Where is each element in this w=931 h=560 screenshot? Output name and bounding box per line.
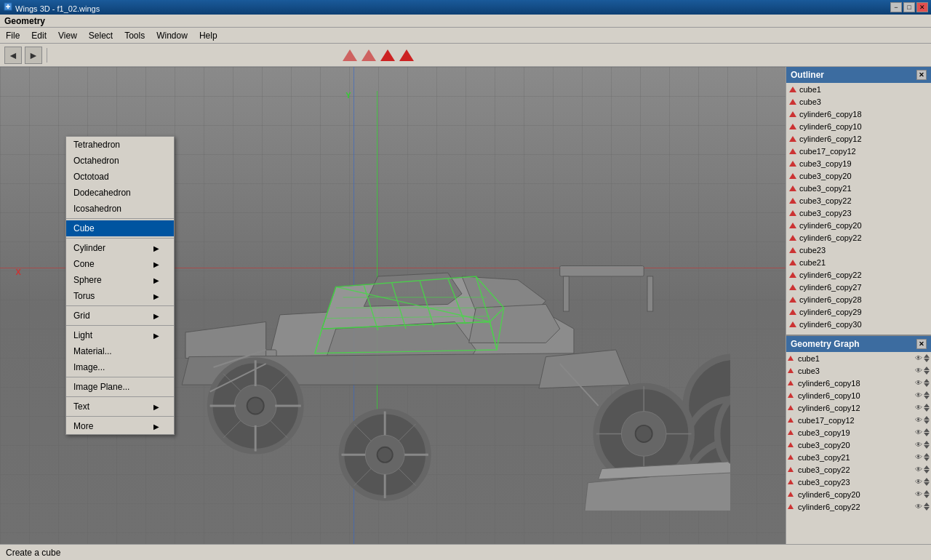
tri-view-btn-4[interactable]	[399, 49, 414, 61]
visibility-icon[interactable]: 👁	[915, 379, 922, 387]
move-up-icon[interactable]	[924, 428, 930, 432]
outliner-item[interactable]: cylinder6_copy22	[786, 231, 931, 244]
move-up-icon[interactable]	[924, 416, 930, 420]
move-down-icon[interactable]	[924, 445, 930, 449]
geom-item[interactable]: cylinder6_copy22 👁	[786, 500, 931, 513]
maximize-button[interactable]: □	[903, 2, 915, 12]
geom-item[interactable]: cube3 👁	[786, 364, 931, 377]
visibility-icon[interactable]: 👁	[915, 503, 922, 511]
visibility-icon[interactable]: 👁	[915, 367, 922, 375]
move-up-icon[interactable]	[924, 354, 930, 358]
outliner-item[interactable]: cube3	[786, 95, 931, 108]
geom-item[interactable]: cube17_copy12 👁	[786, 414, 931, 426]
outliner-item[interactable]: cylinder6_copy20	[786, 219, 931, 231]
visibility-icon[interactable]: 👁	[915, 404, 922, 412]
ctx-light[interactable]: Light ▶	[66, 327, 174, 343]
outliner-close-button[interactable]: ✕	[916, 70, 927, 80]
move-down-icon[interactable]	[924, 470, 930, 473]
visibility-icon[interactable]: 👁	[915, 465, 922, 473]
visibility-icon[interactable]: 👁	[915, 453, 922, 461]
ctx-cylinder[interactable]: Cylinder ▶	[66, 240, 174, 256]
move-up-icon[interactable]	[924, 441, 930, 444]
move-up-icon[interactable]	[924, 465, 930, 469]
ctx-octahedron[interactable]: Octahedron	[66, 153, 174, 169]
outliner-item[interactable]: cube23	[786, 244, 931, 256]
menu-file[interactable]: File	[0, 28, 25, 44]
outliner-item[interactable]: cube3_copy21	[786, 182, 931, 194]
minimize-button[interactable]: −	[890, 2, 902, 12]
move-down-icon[interactable]	[924, 457, 930, 461]
forward-button[interactable]: ►	[25, 47, 42, 64]
ctx-tetrahedron[interactable]: Tetrahedron	[66, 137, 174, 153]
viewport[interactable]: X Y Z	[0, 67, 786, 544]
move-up-icon[interactable]	[924, 391, 930, 395]
outliner-item[interactable]: cylinder6_copy29	[786, 305, 931, 318]
ctx-image-plane[interactable]: Image Plane...	[66, 379, 174, 395]
visibility-icon[interactable]: 👁	[915, 428, 922, 436]
ctx-octotoad[interactable]: Octotoad	[66, 169, 174, 185]
outliner-item[interactable]: cylinder6_copy30	[786, 318, 931, 330]
ctx-cube[interactable]: Cube	[66, 220, 174, 236]
move-down-icon[interactable]	[924, 408, 930, 412]
menu-select[interactable]: Select	[83, 28, 119, 44]
geom-item[interactable]: cylinder6_copy12 👁	[786, 401, 931, 414]
geometry-graph-close-button[interactable]: ✕	[916, 339, 927, 349]
ctx-text[interactable]: Text ▶	[66, 399, 174, 415]
move-up-icon[interactable]	[924, 503, 930, 506]
move-down-icon[interactable]	[924, 433, 930, 436]
ctx-material[interactable]: Material...	[66, 343, 174, 359]
menu-edit[interactable]: Edit	[25, 28, 52, 44]
ctx-image[interactable]: Image...	[66, 359, 174, 375]
back-button[interactable]: ◄	[4, 47, 22, 64]
move-up-icon[interactable]	[924, 379, 930, 383]
geom-item[interactable]: cylinder6_copy18 👁	[786, 377, 931, 389]
tri-view-btn-3[interactable]	[380, 49, 395, 61]
outliner-item[interactable]: cube3_copy20	[786, 169, 931, 182]
menu-help[interactable]: Help	[193, 28, 223, 44]
geom-item[interactable]: cube3_copy22 👁	[786, 463, 931, 476]
visibility-icon[interactable]: 👁	[915, 416, 922, 424]
visibility-icon[interactable]: 👁	[915, 490, 922, 498]
geom-item[interactable]: cube3_copy20 👁	[786, 439, 931, 451]
geom-item[interactable]: cube3_copy23 👁	[786, 476, 931, 488]
outliner-item[interactable]: cylinder6_copy10	[786, 120, 931, 132]
ctx-more[interactable]: More ▶	[66, 418, 174, 434]
outliner-item[interactable]: cube3_copy19	[786, 157, 931, 169]
geom-item[interactable]: cylinder6_copy10 👁	[786, 389, 931, 401]
geom-item[interactable]: cube1 👁	[786, 352, 931, 364]
move-down-icon[interactable]	[924, 396, 930, 399]
move-down-icon[interactable]	[924, 495, 930, 498]
visibility-icon[interactable]: 👁	[915, 478, 922, 486]
tri-view-btn-2[interactable]	[361, 49, 376, 61]
ctx-sphere[interactable]: Sphere ▶	[66, 272, 174, 288]
outliner-item[interactable]: cube3_copy22	[786, 194, 931, 207]
ctx-icosahedron[interactable]: Icosahedron	[66, 201, 174, 217]
outliner-item[interactable]: cube21	[786, 256, 931, 268]
move-up-icon[interactable]	[924, 490, 930, 494]
move-up-icon[interactable]	[924, 367, 930, 370]
move-down-icon[interactable]	[924, 383, 930, 387]
menu-tools[interactable]: Tools	[119, 28, 151, 44]
move-down-icon[interactable]	[924, 507, 930, 511]
move-down-icon[interactable]	[924, 359, 930, 362]
menu-window[interactable]: Window	[151, 28, 193, 44]
close-button[interactable]: ✕	[916, 2, 928, 12]
outliner-item[interactable]: cylinder6_copy12	[786, 132, 931, 145]
outliner-content[interactable]: cube1 cube3 cylinder6_copy18 cylinder6_c…	[786, 83, 931, 335]
move-down-icon[interactable]	[924, 371, 930, 375]
menu-view[interactable]: View	[52, 28, 83, 44]
move-up-icon[interactable]	[924, 404, 930, 407]
move-up-icon[interactable]	[924, 453, 930, 457]
move-down-icon[interactable]	[924, 482, 930, 486]
visibility-icon[interactable]: 👁	[915, 441, 922, 449]
ctx-dodecahedron[interactable]: Dodecahedron	[66, 185, 174, 201]
outliner-item[interactable]: cylinder6_copy27	[786, 281, 931, 293]
geometry-graph-content[interactable]: cube1 👁 cube3 👁	[786, 352, 931, 540]
tri-view-btn-1[interactable]	[343, 49, 357, 61]
geom-item[interactable]: cylinder6_copy20 👁	[786, 488, 931, 500]
move-down-icon[interactable]	[924, 420, 930, 424]
geom-item[interactable]: cube3_copy21 👁	[786, 451, 931, 463]
geom-item[interactable]: cube3_copy19 👁	[786, 426, 931, 439]
move-up-icon[interactable]	[924, 478, 930, 481]
ctx-grid[interactable]: Grid ▶	[66, 308, 174, 324]
